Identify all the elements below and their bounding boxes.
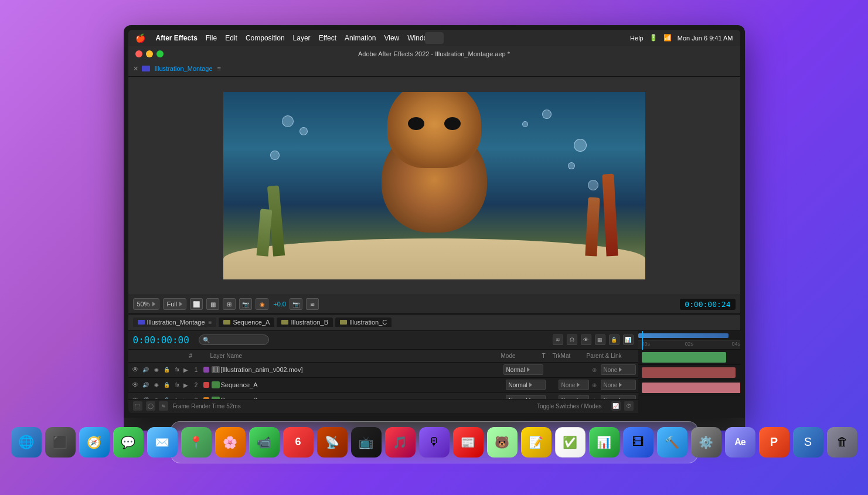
quality-selector[interactable]: Full xyxy=(163,298,187,310)
dock-safari-icon[interactable]: 🧭 xyxy=(79,427,110,458)
solo-mode-button[interactable]: ◯ xyxy=(146,401,155,411)
tab-menu-icon-0[interactable]: ≡ xyxy=(209,319,212,326)
dock-aftereffects-icon[interactable]: Ae xyxy=(725,427,755,458)
dock-sysprefs-icon[interactable]: ⚙️ xyxy=(691,427,721,458)
menu-item-animation[interactable]: Animation xyxy=(345,34,376,42)
effect-icon: fx xyxy=(175,367,179,373)
layer-2-name[interactable]: Sequence_A xyxy=(221,381,505,388)
layer-2-mode-selector[interactable]: Normal xyxy=(506,380,546,390)
comp-tab-menu-icon[interactable]: ≡ xyxy=(217,65,221,72)
layer-1-name[interactable]: [Illustration_anim_v002.mov] xyxy=(221,366,502,373)
tab-icon-1 xyxy=(223,320,230,325)
viewer-grid-button[interactable]: ⊞ xyxy=(223,298,236,310)
dock-xcode-icon[interactable]: 🔨 xyxy=(657,427,687,458)
menu-item-help[interactable]: Help xyxy=(630,35,644,42)
timeline-tab-illustration-b[interactable]: Illustration_B xyxy=(277,318,333,327)
layer-2-trkmat-selector[interactable]: None xyxy=(559,380,589,390)
dock-appletv-icon[interactable]: 📺 xyxy=(351,427,382,458)
dock-fantastical-icon[interactable]: 6 xyxy=(283,427,314,458)
layer-1-effect-button[interactable]: fx xyxy=(173,365,182,374)
enable-motion-blur-button[interactable]: ≋ xyxy=(553,334,563,345)
lock-dims-button[interactable]: 🔒 xyxy=(609,334,619,345)
layer-2-solo-button[interactable]: ◉ xyxy=(152,380,161,390)
graph-editor-button[interactable]: 📈 xyxy=(611,401,621,411)
dock-numbers-icon[interactable]: 📊 xyxy=(589,427,619,458)
layer-2-lock-button[interactable]: 🔒 xyxy=(162,380,172,390)
photos-symbol: 🌸 xyxy=(223,435,237,449)
menu-item-edit[interactable]: Edit xyxy=(225,34,237,42)
dock-podcasts-icon[interactable]: 🎙 xyxy=(419,427,450,458)
timeline-tab-illustration-c[interactable]: Illustration_C xyxy=(335,318,392,327)
menu-item-aftereffects[interactable]: After Effects xyxy=(156,34,198,42)
playhead[interactable] xyxy=(642,331,643,350)
zoom-selector[interactable]: 50% xyxy=(133,298,159,310)
motion-blur-toggle[interactable]: ≋ xyxy=(159,401,168,411)
time-display: 0:00:00:24 xyxy=(680,299,735,310)
dock-trash-icon[interactable]: 🗑 xyxy=(827,427,857,458)
minimize-button[interactable] xyxy=(146,50,153,57)
menu-item-view[interactable]: View xyxy=(384,34,399,42)
region-of-interest-button[interactable]: ⬜ xyxy=(190,298,203,310)
timeline-tab-illustration-montage[interactable]: Illustration_Montage ≡ xyxy=(133,318,217,327)
layer-1-visibility-button[interactable]: 👁 xyxy=(131,365,140,374)
toggle-transparency-button[interactable]: ▦ xyxy=(206,298,219,310)
dock-notes-icon[interactable]: 📝 xyxy=(521,427,552,458)
layer-2-visibility-button[interactable]: 👁 xyxy=(131,380,140,390)
dock-bear-icon[interactable]: 🐻 xyxy=(487,427,518,458)
dock-reminders-icon[interactable]: ✅ xyxy=(555,427,586,458)
dock-launchpad-icon[interactable]: ⬛ xyxy=(45,427,76,458)
dock-music-icon[interactable]: 🎵 xyxy=(385,427,416,458)
camera-button[interactable]: 📷 xyxy=(290,298,302,310)
layer-2-audio-button[interactable]: 🔊 xyxy=(141,380,151,390)
maximize-button[interactable] xyxy=(156,50,164,57)
menu-item-file[interactable]: File xyxy=(206,34,217,42)
layer-1-solo-button[interactable]: ◉ xyxy=(152,365,161,374)
bubble-4 xyxy=(574,139,587,152)
layer-2-bar[interactable] xyxy=(642,367,736,378)
dock-keynote-icon[interactable]: 🎞 xyxy=(623,427,653,458)
apple-logo-icon[interactable]: 🍎 xyxy=(135,33,145,43)
dock-powerpoint-icon[interactable]: P xyxy=(759,427,789,458)
dock-news-icon[interactable]: 📰 xyxy=(453,427,484,458)
shy-layers-button[interactable]: 👁 xyxy=(581,334,591,345)
layer-1-audio-button[interactable]: 🔊 xyxy=(141,365,151,374)
layer-1-parent-selector[interactable]: None xyxy=(601,364,636,375)
layer-1-expand-button[interactable]: ▶ xyxy=(183,367,190,373)
dock-mail-icon[interactable]: ✉️ xyxy=(147,427,178,458)
layer-3-bar[interactable] xyxy=(642,383,740,393)
layer-2-fx-button[interactable]: fx xyxy=(173,380,182,390)
menu-item-composition[interactable]: Composition xyxy=(246,34,285,42)
comp-panel-close[interactable]: ✕ xyxy=(133,65,138,73)
time-remap-button[interactable]: ⏱ xyxy=(624,401,634,411)
comp-tab-title[interactable]: Illustration_Montage xyxy=(155,65,213,72)
snapshot-button[interactable]: 📷 xyxy=(239,298,252,310)
dock-netnewswire-icon[interactable]: 📡 xyxy=(317,427,348,458)
chart-view-button[interactable]: 📊 xyxy=(623,334,634,345)
color-picker-button[interactable]: ◉ xyxy=(256,298,268,310)
layer-1-mode-selector[interactable]: Normal xyxy=(503,364,543,375)
layer-1-bar[interactable] xyxy=(642,352,726,363)
dock-setapp-icon[interactable]: S xyxy=(793,427,823,458)
dock-facetime-icon[interactable]: 📹 xyxy=(249,427,280,458)
dock-finder-icon[interactable]: 🌐 xyxy=(11,427,42,458)
timeline-tab-sequence-a[interactable]: Sequence_A xyxy=(219,318,274,327)
motion-blur-button[interactable]: ≋ xyxy=(306,298,319,310)
dock-messages-icon[interactable]: 💬 xyxy=(113,427,144,458)
toggle-switches-button[interactable]: Toggle Switches / Modes xyxy=(537,403,602,409)
close-button[interactable] xyxy=(135,50,142,57)
new-comp-button[interactable]: ⬚ xyxy=(133,401,142,411)
layer-2-expand-button[interactable]: ▶ xyxy=(183,382,190,388)
menu-item-effect[interactable]: Effect xyxy=(319,34,336,42)
dock-maps-icon[interactable]: 📍 xyxy=(181,427,212,458)
menu-item-layer[interactable]: Layer xyxy=(293,34,311,42)
dock-photos-icon[interactable]: 🌸 xyxy=(215,427,246,458)
timecode-display: 0:00:00:00 xyxy=(133,334,189,346)
layer-1-mode-label: Normal xyxy=(506,367,525,373)
frame-blending-button[interactable]: ▦ xyxy=(595,334,605,345)
layer-search-input[interactable]: 🔍 xyxy=(199,334,269,345)
layer-1-type-icon xyxy=(212,366,220,373)
enable-3d-button[interactable]: ☊ xyxy=(567,334,577,345)
layer-2-parent-selector[interactable]: None xyxy=(601,380,636,390)
exposure-display: +0.0 xyxy=(273,301,286,308)
layer-1-lock-button[interactable]: 🔒 xyxy=(162,365,172,374)
